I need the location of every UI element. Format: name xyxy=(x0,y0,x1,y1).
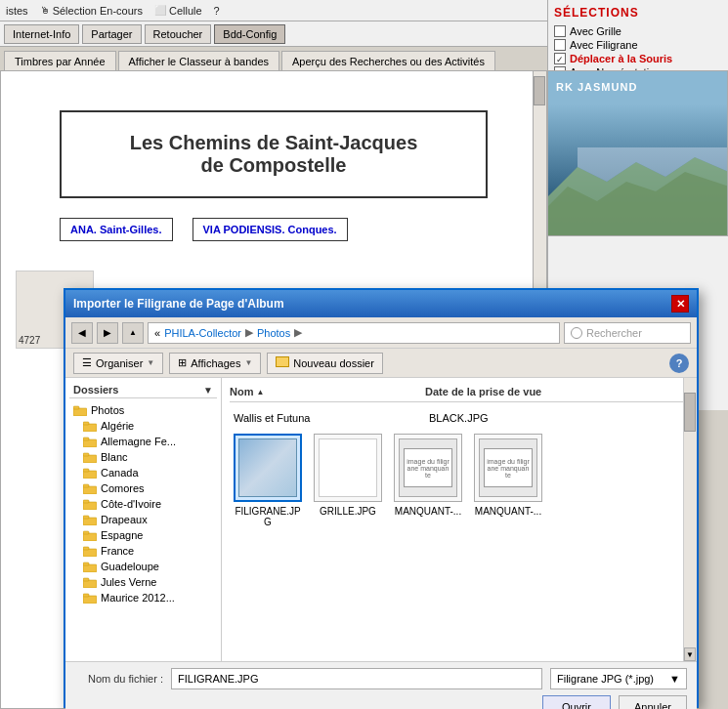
help-button[interactable]: ? xyxy=(669,354,689,373)
file-name-wallis: Wallis et Futuna xyxy=(234,412,429,424)
nav-forward-button[interactable]: ▶ xyxy=(97,322,118,344)
folder-icon-espagne xyxy=(83,530,97,541)
tree-sort-arrow[interactable]: ▼ xyxy=(203,385,213,396)
tree-item-photos[interactable]: Photos xyxy=(69,402,217,418)
tree-item-cote-ivoire[interactable]: Côte-d'Ivoire xyxy=(69,496,217,512)
folder-tree: Dossiers ▼ Photos Algérie xyxy=(65,378,222,661)
filename-row: Nom du fichier : Filigrane JPG (*.jpg) ▼ xyxy=(75,668,687,689)
missing-inner-2: image du filigrane manquante xyxy=(484,448,533,487)
filigrane-preview xyxy=(238,438,297,497)
svg-rect-6 xyxy=(83,422,89,425)
thumb-grille[interactable]: GRILLE.JPG xyxy=(314,434,382,527)
nav-up-button[interactable]: ▲ xyxy=(122,322,144,344)
tree-item-maurice[interactable]: Maurice 2012... xyxy=(69,590,217,605)
col-header-name[interactable]: Nom xyxy=(230,386,425,397)
dialog-nav-toolbar: ◀ ▶ ▲ « PHILA-Collector ▶ Photos ▶ Reche… xyxy=(65,317,697,349)
affichages-arrow: ▼ xyxy=(244,358,252,367)
organiser-button[interactable]: ☰ Organiser ▼ xyxy=(73,353,163,374)
thumb-manquant-1[interactable]: image du filigrane manquante MANQUANT-..… xyxy=(394,434,462,527)
search-box[interactable]: Rechercher xyxy=(564,322,691,344)
tree-item-blanc[interactable]: Blanc xyxy=(69,449,217,465)
folder-icon-cote-ivoire xyxy=(83,499,97,510)
tree-header: Dossiers ▼ xyxy=(69,382,217,398)
tree-item-comores[interactable]: Comores xyxy=(69,480,217,496)
path-segment-photos[interactable]: Photos xyxy=(257,327,290,339)
missing-preview-1: image du filigrane manquante xyxy=(399,438,457,497)
file-grid-scroll-down[interactable]: ▼ xyxy=(684,647,696,661)
missing-inner-1: image du filigrane manquante xyxy=(404,448,452,487)
svg-rect-12 xyxy=(83,469,89,472)
svg-rect-16 xyxy=(83,500,89,503)
svg-rect-28 xyxy=(83,594,89,597)
filetype-arrow: ▼ xyxy=(669,673,680,685)
action-bar: ☰ Organiser ▼ ⊞ Affichages ▼ Nouveau dos… xyxy=(65,349,697,378)
nouveau-dossier-button[interactable]: Nouveau dossier xyxy=(267,353,383,374)
folder-icon-photos xyxy=(73,405,87,416)
tree-item-drapeaux[interactable]: Drapeaux xyxy=(69,512,217,527)
svg-rect-8 xyxy=(83,438,89,440)
search-placeholder: Rechercher xyxy=(586,327,642,339)
tree-item-france[interactable]: France xyxy=(69,543,217,559)
affichages-button[interactable]: ⊞ Affichages ▼ xyxy=(169,353,261,374)
svg-rect-20 xyxy=(83,531,89,534)
folder-icon-blanc xyxy=(83,452,97,463)
thumb-box-filigrane xyxy=(234,434,302,502)
thumb-grid: FILIGRANE.JPG GRILLE.JPG xyxy=(230,430,689,531)
svg-rect-18 xyxy=(83,516,89,519)
thumb-label-grille: GRILLE.JPG xyxy=(320,506,376,517)
cancel-button[interactable]: Annuler xyxy=(619,695,687,709)
path-segment-phila[interactable]: PHILA-Collector xyxy=(164,327,241,339)
file-grid-scrollbar-thumb[interactable] xyxy=(684,393,696,432)
file-grid-scrollbar[interactable]: ▼ xyxy=(683,378,697,661)
svg-rect-14 xyxy=(83,484,89,487)
file-list-container: Dossiers ▼ Photos Algérie xyxy=(65,378,697,661)
col-header-date[interactable]: Date de la prise de vue xyxy=(425,386,683,397)
tree-item-guadeloupe[interactable]: Guadeloupe xyxy=(69,559,217,574)
open-button[interactable]: Ouvrir xyxy=(542,695,611,709)
path-arrow-2: ▶ xyxy=(294,326,302,339)
dialog-bottom: Nom du fichier : Filigrane JPG (*.jpg) ▼… xyxy=(65,661,697,709)
path-arrow-1: ▶ xyxy=(245,326,253,339)
folder-icon-allemagne xyxy=(83,437,97,447)
folder-icon-canada xyxy=(83,468,97,479)
folder-icon-drapeaux xyxy=(83,515,97,525)
organiser-arrow: ▼ xyxy=(147,358,154,367)
file-row-wallis[interactable]: Wallis et Futuna BLACK.JPG xyxy=(230,410,689,426)
filename-input[interactable] xyxy=(171,668,542,689)
folder-icon-france xyxy=(83,546,97,557)
nav-back-button[interactable]: ◀ xyxy=(71,322,93,344)
dialog-titlebar: Importer le Filigrane de Page d'Album ✕ xyxy=(65,290,697,317)
tree-item-algerie[interactable]: Algérie xyxy=(69,418,217,434)
thumb-box-grille xyxy=(314,434,382,502)
filename-label: Nom du fichier : xyxy=(75,673,163,685)
missing-preview-2: image du filigrane manquante xyxy=(479,438,537,497)
thumb-label-manquant-2: MANQUANT-... xyxy=(475,506,541,517)
svg-rect-10 xyxy=(83,453,89,456)
folder-icon-guadeloupe xyxy=(83,562,97,572)
tree-item-jules-verne[interactable]: Jules Verne xyxy=(69,574,217,590)
grille-preview xyxy=(319,438,377,497)
file-dialog: Importer le Filigrane de Page d'Album ✕ … xyxy=(64,288,699,708)
dialog-close-button[interactable]: ✕ xyxy=(671,295,689,313)
tree-item-canada[interactable]: Canada xyxy=(69,465,217,480)
affichages-icon: ⊞ xyxy=(178,356,187,369)
svg-rect-22 xyxy=(83,547,89,550)
tree-item-espagne[interactable]: Espagne xyxy=(69,527,217,543)
filetype-dropdown[interactable]: Filigrane JPG (*.jpg) ▼ xyxy=(550,668,687,689)
thumb-box-manquant-2: image du filigrane manquante xyxy=(474,434,542,502)
thumb-manquant-2[interactable]: image du filigrane manquante MANQUANT-..… xyxy=(474,434,542,527)
thumb-label-manquant-1: MANQUANT-... xyxy=(395,506,461,517)
thumb-filigrane[interactable]: FILIGRANE.JPG xyxy=(234,434,302,527)
file-list-header: Nom Date de la prise de vue » xyxy=(230,386,689,402)
svg-rect-24 xyxy=(83,563,89,565)
path-bar: « PHILA-Collector ▶ Photos ▶ xyxy=(148,322,560,344)
search-icon xyxy=(571,327,582,339)
missing-text-2: image du filigrane manquante xyxy=(485,456,532,480)
thumb-box-manquant-1: image du filigrane manquante xyxy=(394,434,462,502)
folder-icon-maurice xyxy=(83,593,97,604)
tree-item-allemagne[interactable]: Allemagne Fe... xyxy=(69,434,217,449)
svg-rect-26 xyxy=(83,578,89,581)
file-grid: Nom Date de la prise de vue » Wallis et … xyxy=(222,378,697,661)
folder-icon-comores xyxy=(83,483,97,494)
dialog-overlay: Importer le Filigrane de Page d'Album ✕ … xyxy=(0,0,728,709)
